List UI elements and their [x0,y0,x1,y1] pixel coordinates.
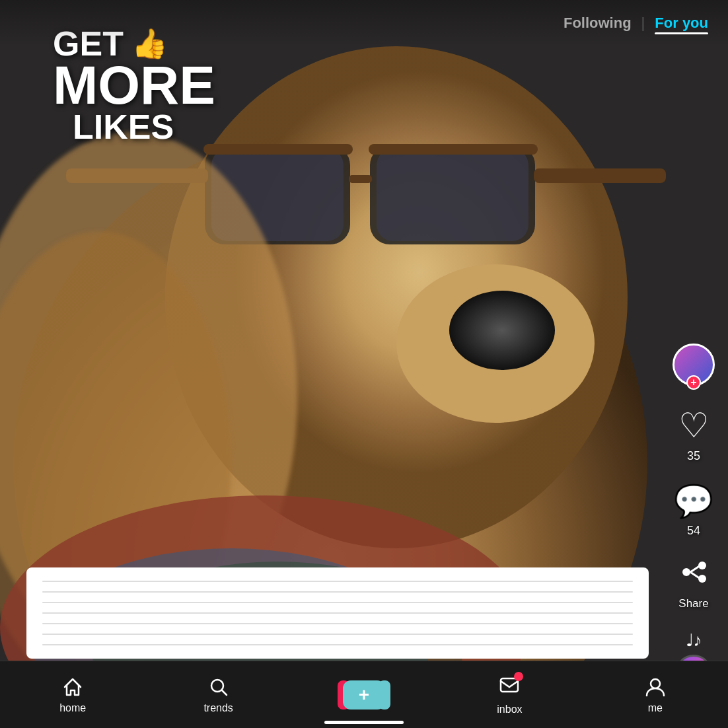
content-line-3 [42,602,633,603]
svg-point-25 [651,679,660,688]
nav-create[interactable]: + [291,680,437,710]
active-indicator [655,32,708,34]
svg-rect-8 [377,149,528,241]
avatar-container: + [673,344,715,386]
home-label: home [59,702,86,714]
create-plus-icon: + [359,684,369,706]
home-icon [61,676,84,698]
inbox-notification-dot [514,672,523,681]
nav-me[interactable]: me [583,676,728,714]
svg-line-23 [221,690,227,695]
create-button[interactable]: + [343,680,385,710]
header: Following | For you [0,0,728,46]
comment-action[interactable]: 💬 54 [674,483,713,538]
share-icon [677,558,710,591]
content-area [26,567,649,659]
like-count: 35 [687,449,700,463]
svg-point-19 [698,562,706,569]
content-line-7 [42,644,633,645]
svg-rect-11 [534,168,666,183]
svg-rect-9 [349,175,372,183]
share-action[interactable]: Share [677,558,710,610]
share-button[interactable] [677,558,710,593]
nav-separator: | [641,15,645,32]
nav-home[interactable]: home [0,676,145,714]
comment-count: 54 [687,524,700,538]
trends-label: trends [203,702,233,714]
content-lines [42,581,633,645]
search-icon [207,676,230,698]
content-line-4 [42,612,633,614]
like-button[interactable]: ♡ [674,406,713,445]
content-line-2 [42,591,633,593]
inbox-badge-container [498,674,521,700]
for-you-tab[interactable]: For you [655,15,708,32]
svg-rect-12 [203,144,353,155]
inbox-label: inbox [497,704,522,715]
share-label: Share [678,597,708,610]
following-tab[interactable]: Following [564,15,632,32]
home-indicator [324,721,404,724]
header-nav: Following | For you [564,15,708,32]
more-text: MORE [53,61,215,110]
svg-point-20 [698,575,706,583]
nav-inbox[interactable]: inbox [437,674,582,715]
svg-point-21 [682,568,690,576]
svg-point-4 [449,291,555,370]
comment-icon: 💬 [674,484,713,519]
bottom-nav: home trends + inbox me [0,661,728,728]
nav-trends[interactable]: trends [145,676,291,714]
svg-rect-13 [369,144,538,155]
profile-icon [644,676,667,698]
content-line-1 [42,581,633,582]
me-label: me [648,702,663,714]
like-action[interactable]: ♡ 35 [674,406,713,463]
follow-plus-icon: + [686,375,701,390]
music-notes-icon: ♩♪ [686,630,702,651]
content-line-6 [42,634,633,635]
heart-icon: ♡ [678,406,710,445]
right-actions: + ♡ 35 💬 54 Share ♩♪ [673,344,715,709]
avatar-action[interactable]: + [673,344,715,386]
content-line-5 [42,623,633,624]
comment-button[interactable]: 💬 [674,483,713,520]
